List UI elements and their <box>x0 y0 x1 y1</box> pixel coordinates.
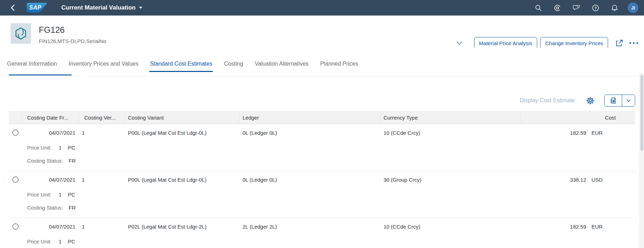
currency-cell: USD <box>590 177 635 183</box>
notifications-bell-icon[interactable] <box>611 4 618 12</box>
overflow-menu-icon[interactable] <box>628 39 639 47</box>
table-row: 04/07/2021 1 P02L (Legal Mat Cst Est Ldg… <box>9 218 635 248</box>
row-select-radio[interactable] <box>12 223 19 230</box>
tab-standard-cost-estimates[interactable]: Standard Cost Estimates <box>150 61 212 72</box>
ledger-cell: 0L (Ledger 0L) <box>240 177 381 183</box>
column-header-select <box>9 111 22 124</box>
export-split-button <box>604 95 635 107</box>
app-title-menu[interactable]: Current Material Valuation <box>61 4 142 11</box>
tab-general-information[interactable]: General Information <box>7 61 57 72</box>
table-header-row: Costing Date Fr... Costing Ver... Costin… <box>9 111 635 124</box>
table-toolbar: Display Cost Estimate <box>520 94 636 107</box>
scrollbar[interactable] <box>639 73 644 248</box>
costing-variant-cell: P00L (Legal Mat Cst Est Ldgr-0L) <box>125 130 240 136</box>
tab-costing[interactable]: Costing <box>224 61 243 72</box>
costing-date-cell: 04/07/2021 <box>22 130 79 136</box>
avatar[interactable]: JI <box>628 2 638 13</box>
help-glyph: ? <box>594 6 597 10</box>
price-unit-uom: PC <box>68 238 75 244</box>
avatar-initials: JI <box>631 5 635 11</box>
column-header-costing-variant[interactable]: Costing Variant <box>125 111 240 124</box>
table-row-main: 04/07/2021 1 P00L (Legal Mat Cst Est Ldg… <box>9 124 635 141</box>
price-unit-uom: PC <box>68 192 75 198</box>
costing-status-value: FR <box>69 205 76 211</box>
shell-bar: SAP Current Material Valuation ? JI <box>0 0 644 16</box>
column-header-ledger[interactable]: Ledger <box>240 111 381 124</box>
currency-type-cell: 30 (Group Crcy) <box>381 177 521 183</box>
share-icon[interactable] <box>615 39 624 47</box>
feedback-icon[interactable] <box>573 4 580 12</box>
object-page-header: FG126 FIN126,MTS-DI,PD,SerialNo Material… <box>0 16 644 48</box>
price-unit-row: Price Unit: 1 PC <box>9 141 635 154</box>
costing-status-label: Costing Status: <box>27 158 63 164</box>
costing-status-label: Costing Status: <box>27 205 63 211</box>
column-header-currency-type[interactable]: Currency Type <box>381 111 521 124</box>
scrollbar-thumb[interactable] <box>640 75 643 151</box>
currency-cell: EUR <box>590 224 635 230</box>
costing-variant-cell: P02L (Legal Mat Cst Est Ldgr-2L) <box>125 224 240 230</box>
cost-cell: 338.12 <box>521 177 590 183</box>
sap-logo[interactable]: SAP <box>27 3 47 13</box>
ledger-cell: 2L (Ledger 2L) <box>240 224 381 230</box>
table-row: 04/07/2021 1 P00L (Legal Mat Cst Est Ldg… <box>9 124 635 171</box>
currency-type-cell: 10 (CCde Crcy) <box>381 130 521 136</box>
price-unit-value: 1 <box>59 192 61 198</box>
change-inventory-prices-button[interactable]: Change Inventory Prices <box>540 37 608 49</box>
costing-status-row: Costing Status: FR <box>9 201 635 214</box>
copilot-icon[interactable] <box>554 4 561 12</box>
price-unit-row: Price Unit: 1 PC <box>9 235 635 248</box>
tab-inventory-prices-and-values[interactable]: Inventory Prices and Values <box>68 61 138 72</box>
costing-version-cell: 1 <box>79 130 125 136</box>
page-subtitle: FIN126,MTS-DI,PD,SerialNo <box>39 38 106 44</box>
costing-status-row: Costing Status: FR <box>9 154 635 167</box>
cost-estimates-table: Costing Date Fr... Costing Ver... Costin… <box>9 111 635 248</box>
back-icon[interactable] <box>9 4 17 12</box>
column-header-costing-date[interactable]: Costing Date Fr... <box>22 111 79 124</box>
row-select-radio[interactable] <box>12 129 19 136</box>
currency-cell: EUR <box>590 130 635 136</box>
price-unit-label: Price Unit: <box>27 145 51 151</box>
costing-date-cell: 04/07/2021 <box>22 177 79 183</box>
content-divider <box>0 76 644 77</box>
sap-logo-text: SAP <box>29 5 41 11</box>
price-unit-value: 1 <box>59 238 61 244</box>
price-unit-value: 1 <box>59 145 61 151</box>
display-cost-estimate-button[interactable]: Display Cost Estimate <box>520 97 575 104</box>
collapse-header-icon[interactable] <box>455 39 463 47</box>
app-title: Current Material Valuation <box>61 4 136 11</box>
material-product-icon <box>11 23 31 44</box>
costing-status-value: FR <box>69 158 76 164</box>
price-unit-row: Price Unit: 1 PC <box>9 188 635 201</box>
tab-bar: General Information Inventory Prices and… <box>0 48 644 72</box>
material-price-analysis-button[interactable]: Material Price Analysis <box>474 37 537 49</box>
currency-type-cell: 10 (CCde Crcy) <box>381 224 521 230</box>
table-row-main: 04/07/2021 1 P00L (Legal Mat Cst Est Ldg… <box>9 171 635 188</box>
tab-planned-prices[interactable]: Planned Prices <box>320 61 358 72</box>
search-icon[interactable] <box>535 4 542 12</box>
costing-variant-cell: P00L (Legal Mat Cst Est Ldgr-0L) <box>125 177 240 183</box>
shell-actions: ? JI <box>535 2 638 13</box>
help-icon[interactable]: ? <box>592 4 599 12</box>
column-header-cost[interactable]: Cost <box>521 111 635 124</box>
cost-cell: 182.59 <box>521 130 590 136</box>
page-title: FG126 <box>39 25 65 35</box>
export-spreadsheet-icon[interactable] <box>605 95 622 106</box>
header-actions: Material Price Analysis Change Inventory… <box>455 37 639 49</box>
ledger-cell: 0L (Ledger 0L) <box>240 130 381 136</box>
price-unit-label: Price Unit: <box>27 238 51 244</box>
price-unit-label: Price Unit: <box>27 192 51 198</box>
export-menu-chevron-icon[interactable] <box>622 95 635 106</box>
tab-valuation-alternatives[interactable]: Valuation Alternatives <box>255 61 309 72</box>
row-select-radio[interactable] <box>12 176 19 183</box>
column-header-costing-version[interactable]: Costing Ver... <box>79 111 125 124</box>
costing-version-cell: 1 <box>79 177 125 183</box>
tab-underline-artifact <box>9 74 72 75</box>
costing-version-cell: 1 <box>79 224 125 230</box>
cost-cell: 182.59 <box>521 224 590 230</box>
table-row: 04/07/2021 1 P00L (Legal Mat Cst Est Ldg… <box>9 171 635 218</box>
table-settings-gear-icon[interactable] <box>585 96 595 105</box>
chevron-down-icon <box>139 7 142 9</box>
price-unit-uom: PC <box>68 145 75 151</box>
costing-date-cell: 04/07/2021 <box>22 224 79 230</box>
table-row-main: 04/07/2021 1 P02L (Legal Mat Cst Est Ldg… <box>9 218 635 235</box>
